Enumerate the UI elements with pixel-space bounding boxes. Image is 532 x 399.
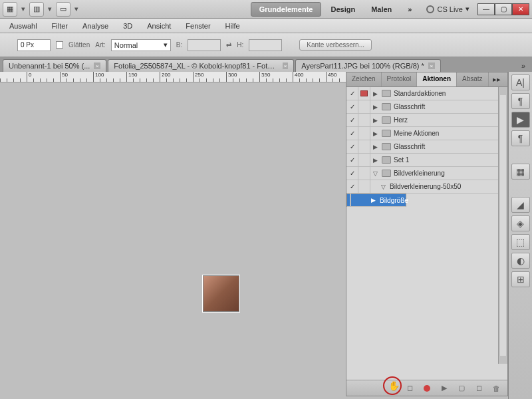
folder-icon — [382, 130, 391, 137]
refine-edge-button[interactable]: Kante verbessern... — [299, 39, 372, 51]
menu-fenster[interactable]: Fenster — [179, 20, 217, 32]
action-row[interactable]: ✓▶Herz — [346, 114, 507, 127]
swatches-icon[interactable]: ⊞ — [511, 271, 530, 287]
new-set-icon[interactable]: ▢ — [457, 384, 466, 393]
trash-icon[interactable]: 🗑 — [491, 384, 501, 393]
action-row[interactable]: ✓▽Bildverkleinerung-50x50 — [346, 180, 507, 194]
menu-3d[interactable]: 3D — [116, 20, 139, 32]
document-tab[interactable]: Unbenannt-1 bei 50% (...× — [3, 59, 106, 72]
action-toggle-checkbox[interactable]: ✓ — [346, 127, 358, 140]
action-row[interactable]: ▶Bildgröße — [346, 194, 406, 207]
character-panel-icon[interactable]: A| — [511, 74, 530, 90]
action-toggle-checkbox[interactable]: ✓ — [346, 114, 358, 127]
disclosure-icon[interactable]: ▶ — [373, 104, 379, 110]
tab-overflow-icon[interactable]: » — [517, 60, 529, 72]
action-toggle-checkbox[interactable]: ✓ — [346, 100, 358, 114]
action-row[interactable]: ✓▶Glasschrift — [346, 100, 507, 114]
tab-close-icon[interactable]: × — [94, 63, 100, 69]
action-row[interactable]: ✓▶Set 1 — [346, 154, 507, 167]
art-select[interactable]: Normal▾ — [111, 39, 171, 51]
tab-close-icon[interactable]: × — [428, 63, 435, 69]
minimize-button[interactable]: — — [477, 3, 495, 15]
panel-more-icon[interactable]: ▸▸ — [489, 72, 505, 86]
cs-live-button[interactable]: CS Live▾ — [421, 2, 475, 16]
dropdown-arrow-icon[interactable]: ▾ — [47, 5, 53, 13]
paragraph-panel-icon[interactable]: ¶ — [511, 93, 530, 109]
disclosure-icon[interactable]: ▶ — [373, 130, 379, 137]
panel-tab-zeichen[interactable]: Zeichen — [346, 72, 382, 86]
dropdown-arrow-icon[interactable]: ▾ — [20, 5, 27, 13]
action-dialog-toggle[interactable] — [358, 180, 370, 194]
action-dialog-toggle[interactable] — [358, 100, 370, 114]
dropdown-arrow-icon[interactable]: ▾ — [73, 5, 80, 13]
disclosure-icon[interactable]: ▶ — [373, 144, 379, 150]
action-dialog-toggle[interactable] — [358, 154, 370, 167]
panel-tab-bar: Zeichen Protokol Aktionen Absatz ▸▸ ≡ — [346, 72, 507, 87]
disclosure-icon[interactable]: ▽ — [381, 184, 387, 190]
scrollbar[interactable] — [498, 87, 507, 364]
canvas-area[interactable] — [0, 82, 346, 399]
action-toggle-checkbox[interactable]: ✓ — [346, 87, 358, 100]
document-tab-active[interactable]: AyersPart11.JPG bei 100% (RGB/8) *× — [295, 59, 440, 72]
stop-icon[interactable]: ◻ — [405, 384, 414, 393]
workspace-malen[interactable]: Malen — [364, 3, 398, 16]
record-icon[interactable] — [422, 384, 432, 393]
disclosure-icon[interactable]: ▶ — [373, 117, 379, 124]
disclosure-icon[interactable]: ▽ — [373, 170, 379, 177]
close-button[interactable]: ✕ — [512, 3, 529, 15]
action-dialog-toggle[interactable] — [358, 87, 370, 100]
action-row[interactable]: ✓▶Standardaktionen — [346, 87, 507, 100]
document-tab[interactable]: Fotolia_25505874_XL - © Kobold-knopf81 -… — [108, 59, 294, 72]
workspace-design[interactable]: Design — [324, 3, 362, 16]
adjustments-icon[interactable]: ◢ — [511, 197, 530, 213]
action-dialog-toggle[interactable] — [358, 127, 370, 140]
disclosure-icon[interactable]: ▶ — [373, 157, 379, 164]
image-thumbnail[interactable] — [203, 275, 239, 312]
menu-filter[interactable]: Filter — [45, 20, 74, 32]
play-panel-icon[interactable]: ▶ — [511, 112, 530, 128]
action-row[interactable]: ✓▶Meine Aktionen — [346, 127, 507, 140]
action-tree-item: ▽Bildverkleinerung-50x50 — [370, 183, 507, 190]
menu-auswahl[interactable]: Auswahl — [3, 20, 44, 32]
disclosure-icon[interactable]: ▶ — [373, 90, 379, 97]
action-dialog-toggle[interactable] — [358, 167, 370, 180]
menu-hilfe[interactable]: Hilfe — [219, 20, 247, 32]
action-toggle-checkbox[interactable]: ✓ — [346, 167, 358, 180]
workspace-more-icon[interactable]: » — [401, 3, 418, 16]
window-controls: — ▢ ✕ — [477, 3, 529, 15]
workspace-grundelemente[interactable]: Grundelemente — [251, 2, 322, 17]
action-dialog-toggle[interactable] — [358, 114, 370, 127]
action-dialog-toggle[interactable] — [358, 140, 370, 154]
styles-icon[interactable]: ◈ — [511, 215, 530, 231]
menu-ansicht[interactable]: Ansicht — [140, 20, 178, 32]
action-tree-item: ▶Meine Aktionen — [370, 130, 507, 137]
disclosure-icon[interactable]: ▶ — [371, 197, 377, 203]
paragraph-icon[interactable]: ¶ — [511, 130, 530, 146]
folder-icon — [382, 103, 391, 110]
maximize-button[interactable]: ▢ — [495, 3, 512, 15]
tab-close-icon[interactable]: × — [283, 63, 289, 69]
layout-icon-button[interactable]: ▥ — [29, 2, 44, 17]
panel-tab-protokoll[interactable]: Protokol — [382, 72, 418, 86]
action-row[interactable]: ✓▶Glasschrift — [346, 140, 507, 154]
action-toggle-checkbox[interactable]: ✓ — [346, 154, 358, 167]
panel-tab-aktionen[interactable]: Aktionen — [417, 72, 457, 86]
transform-icon[interactable]: ⬚ — [511, 234, 530, 250]
menu-analyse[interactable]: Analyse — [76, 20, 115, 32]
screen-mode-button[interactable]: ▭ — [56, 2, 70, 17]
action-toggle-checkbox[interactable]: ✓ — [346, 180, 358, 194]
action-row[interactable]: ✓▽Bildverkleinerung — [346, 167, 507, 180]
folder-icon — [382, 116, 391, 124]
action-toggle-checkbox[interactable]: ✓ — [346, 140, 358, 154]
feather-input[interactable] — [17, 39, 51, 51]
link-icon[interactable]: ⇄ — [226, 41, 231, 49]
new-action-icon[interactable]: ◻ — [474, 384, 483, 393]
action-label: Herz — [394, 116, 408, 124]
antialias-checkbox[interactable] — [56, 41, 63, 49]
play-icon[interactable]: ▶ — [440, 384, 449, 393]
layers-panel-icon[interactable]: ▦ — [511, 164, 530, 180]
actions-list[interactable]: ✓▶Standardaktionen✓▶Glasschrift✓▶Herz✓▶M… — [346, 87, 507, 380]
app-icon-button[interactable]: ▦ — [3, 2, 17, 17]
brush-icon[interactable]: ◐ — [511, 253, 530, 269]
panel-tab-absatz[interactable]: Absatz — [457, 72, 489, 86]
